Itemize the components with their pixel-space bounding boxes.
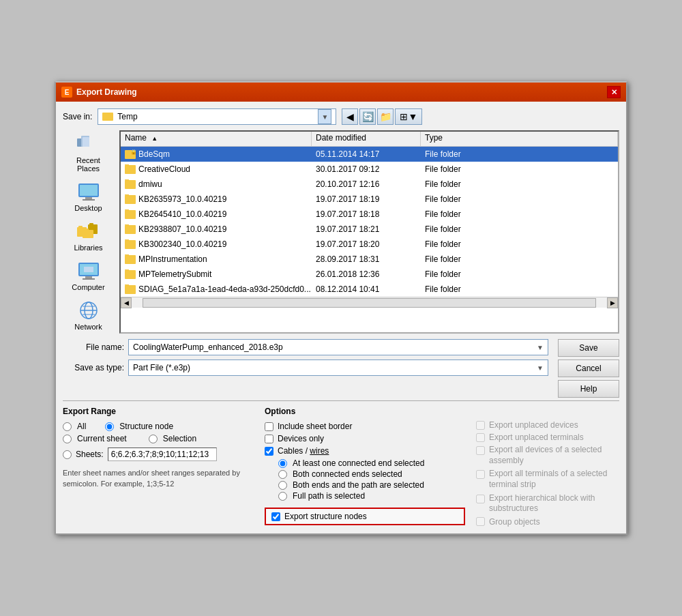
export-all-devices-checkbox[interactable] (476, 446, 485, 455)
sheets-radio[interactable] (63, 450, 72, 459)
sheets-row: Sheets: (63, 448, 254, 461)
current-sheet-row: Current sheet Selection (63, 434, 254, 443)
nav-view-button[interactable]: ⊞▼ (395, 108, 422, 125)
recent-places-icon (75, 133, 102, 155)
title-bar-left: E Export Drawing (61, 87, 137, 98)
table-row[interactable]: MPInstrumentation 28.09.2017 18:31 File … (121, 252, 618, 267)
all-label: All (77, 422, 86, 431)
selection-radio[interactable] (149, 435, 158, 443)
col-header-type[interactable]: Type (421, 132, 618, 146)
filetype-combo[interactable]: Part File (*.e3p) ▼ (128, 360, 548, 376)
filename-type-area: File name: CoolingWaterPump_enhanced_201… (63, 339, 548, 380)
export-unplaced-terminals-row: Export unplaced terminals (476, 432, 619, 442)
export-all-terminals-checkbox[interactable] (476, 470, 485, 479)
export-structure-row: Export structure nodes (265, 508, 465, 525)
svg-rect-6 (83, 199, 95, 201)
nav-up-button[interactable]: 📁 (377, 108, 394, 125)
table-row[interactable]: KB2635973_10.0.40219 19.07.2017 18:19 Fi… (121, 192, 618, 207)
bottom-section: Export Range All Structure node Current … (63, 400, 619, 527)
include-sheet-border-checkbox[interactable] (265, 422, 273, 431)
sidebar-item-computer[interactable]: Computer (65, 257, 113, 294)
cable-radio-3[interactable] (278, 492, 287, 501)
file-list-area: Name ▲ Date modified Type BdeSqm 05.11.2… (119, 130, 619, 334)
export-all-devices-row: Export all devices of a selected assembl… (476, 445, 619, 466)
filetype-label: Save as type: (63, 363, 124, 372)
current-sheet-radio[interactable] (63, 435, 72, 443)
export-hierarchical-block-checkbox[interactable] (476, 495, 485, 503)
export-structure-nodes-checkbox[interactable] (271, 512, 280, 521)
col-header-date[interactable]: Date modified (312, 132, 421, 146)
sheets-help-text: Enter sheet names and/or sheet ranges se… (63, 468, 243, 489)
export-drawing-dialog: E Export Drawing ✕ Save in: Temp ▼ ◀ 🔄 📁… (55, 81, 627, 535)
folder-icon (125, 255, 136, 264)
cable-label-1: Both connected ends selected (293, 469, 402, 479)
all-radio[interactable] (63, 422, 72, 431)
close-button[interactable]: ✕ (607, 86, 621, 98)
cable-radio-0[interactable] (278, 459, 287, 468)
devices-only-label: Devices only (278, 434, 324, 443)
col-header-name[interactable]: Name ▲ (121, 132, 312, 146)
cable-radio-1[interactable] (278, 470, 287, 479)
folder-icon (102, 113, 113, 121)
cable-radio-2[interactable] (278, 481, 287, 490)
export-all-terminals-label: Export all terminals of a selected termi… (489, 469, 619, 490)
table-row[interactable]: SDIAG_5e1a7a1a-1ead-4eda-a93d-250dcfd0..… (121, 282, 618, 297)
sidebar-item-libraries[interactable]: Libraries (65, 218, 113, 254)
folder-locked-icon (125, 150, 136, 159)
computer-icon (75, 260, 102, 282)
scroll-right-button[interactable]: ▶ (607, 297, 618, 308)
folder-icon (125, 270, 136, 279)
action-buttons: Save Cancel Help (558, 339, 619, 398)
sidebar: Recent Places Desktop (63, 130, 114, 334)
table-row[interactable]: MPTelemetrySubmit 26.01.2018 12:36 File … (121, 267, 618, 282)
table-row[interactable]: BdeSqm 05.11.2014 14:17 File folder (121, 147, 618, 162)
export-range-section: Export Range All Structure node Current … (63, 407, 254, 527)
export-unplaced-terminals-checkbox[interactable] (476, 433, 485, 442)
folder-icon (125, 285, 136, 294)
group-objects-checkbox[interactable] (476, 517, 485, 526)
help-button[interactable]: Help (558, 380, 619, 398)
sidebar-item-recent-places[interactable]: Recent Places (65, 130, 113, 175)
sort-arrow-icon: ▲ (151, 135, 158, 142)
libraries-icon (75, 220, 102, 242)
table-row[interactable]: dmiwu 20.10.2017 12:16 File folder (121, 177, 618, 192)
cable-label-0: At least one connected end selected (293, 458, 424, 468)
sidebar-item-network[interactable]: Network (65, 297, 113, 334)
svg-rect-4 (80, 185, 98, 196)
scroll-left-button[interactable]: ◀ (121, 297, 132, 308)
save-in-row: Save in: Temp ▼ ◀ 🔄 📁 ⊞▼ (63, 108, 619, 125)
export-unplaced-devices-checkbox[interactable] (476, 421, 485, 430)
folder-icon (125, 195, 136, 204)
structure-node-radio[interactable] (105, 422, 114, 431)
nav-forward-button[interactable]: 🔄 (359, 108, 376, 125)
options-title: Options (265, 407, 465, 416)
devices-only-checkbox[interactable] (265, 435, 273, 443)
svg-rect-11 (83, 230, 93, 238)
save-button[interactable]: Save (558, 339, 619, 357)
cables-sub-options: At least one connected end selected Both… (278, 458, 465, 501)
nav-back-button[interactable]: ◀ (342, 108, 358, 125)
save-in-dropdown-arrow[interactable]: ▼ (318, 109, 331, 124)
dialog-title: Export Drawing (76, 87, 137, 97)
table-row[interactable]: KB2938807_10.0.40219 19.07.2017 18:21 Fi… (121, 222, 618, 237)
folder-icon (125, 165, 136, 174)
cables-wires-checkbox[interactable] (265, 447, 273, 456)
save-in-combo[interactable]: Temp ▼ (98, 108, 336, 125)
horizontal-scrollbar[interactable] (143, 298, 596, 308)
sheets-input[interactable] (108, 448, 217, 461)
current-sheet-label: Current sheet (77, 434, 127, 443)
group-objects-row: Group objects (476, 517, 619, 527)
table-row[interactable]: KB2645410_10.0.40219 19.07.2017 18:18 Fi… (121, 207, 618, 222)
sidebar-item-desktop[interactable]: Desktop (65, 178, 113, 215)
sidebar-label-computer: Computer (72, 283, 104, 291)
all-option-row: All Structure node (63, 422, 254, 431)
include-sheet-border-row: Include sheet border (265, 422, 465, 431)
export-range-title: Export Range (63, 407, 254, 416)
table-row[interactable]: KB3002340_10.0.40219 19.07.2017 18:20 Fi… (121, 237, 618, 252)
options-section: Options Include sheet border Devices onl… (265, 407, 465, 527)
cancel-button[interactable]: Cancel (558, 360, 619, 377)
filename-combo[interactable]: CoolingWaterPump_enhanced_2018.e3p ▼ (128, 339, 548, 355)
table-row[interactable]: CreativeCloud 30.01.2017 09:12 File fold… (121, 162, 618, 177)
sidebar-label-libraries: Libraries (74, 244, 102, 252)
include-sheet-border-label: Include sheet border (278, 422, 352, 431)
